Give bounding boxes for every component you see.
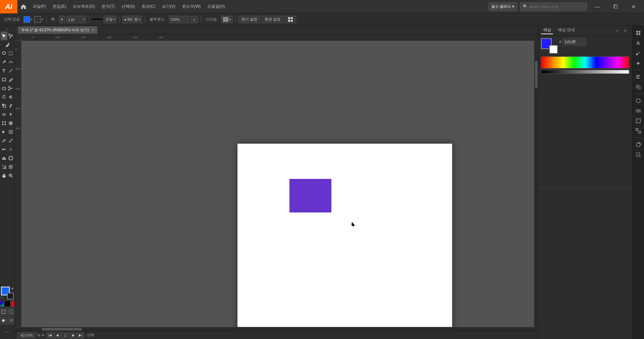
color-guide-tab[interactable]: 색상 안내 (556, 27, 577, 34)
width-stepper[interactable]: ⬍ (59, 16, 65, 23)
slice-tool[interactable] (1, 162, 7, 171)
zoom-input[interactable] (17, 332, 36, 338)
zoom-tool[interactable] (7, 171, 14, 180)
layers-button[interactable] (633, 106, 643, 115)
prev-page-button[interactable]: ◀ (54, 332, 61, 338)
blend-tool[interactable] (1, 145, 7, 154)
marquee-tool[interactable] (7, 49, 14, 58)
color-tab[interactable]: 색상 (541, 27, 553, 34)
purple-rectangle[interactable] (289, 179, 331, 212)
rotate-tool[interactable] (1, 93, 7, 101)
stroke-weight-dropdown[interactable]: ● 3pt. 원 ▾ (122, 16, 142, 23)
warp-tool[interactable] (1, 110, 7, 119)
selection-tool[interactable] (1, 32, 7, 40)
properties-button[interactable]: A (633, 38, 643, 48)
vertical-scrollbar[interactable] (534, 41, 538, 327)
artboard-tool[interactable] (7, 154, 14, 162)
align-button[interactable] (633, 72, 643, 82)
first-page-button[interactable]: |◀ (47, 332, 53, 338)
color-mode-button[interactable] (0, 301, 4, 307)
eraser-tool[interactable] (1, 84, 7, 93)
behind-draw-button[interactable] (8, 308, 15, 316)
libraries-button[interactable] (633, 28, 643, 38)
stroke-style-dropdown[interactable]: 균일 ▾ (104, 16, 117, 23)
swap-colors-button[interactable]: ⇄ (11, 287, 14, 290)
symbol-sprayer-tool[interactable] (7, 145, 14, 154)
canvas-viewport[interactable] (21, 41, 534, 327)
direct-selection-tool[interactable] (7, 32, 14, 40)
mesh-tool[interactable] (7, 128, 14, 136)
stroke-swatch-main[interactable] (7, 293, 14, 299)
next-page-button[interactable]: ▶ (70, 332, 77, 338)
style-dropdown[interactable]: ▾ (221, 16, 233, 23)
menu-effect[interactable]: 효과(C) (138, 0, 159, 13)
horizontal-scrollbar[interactable] (15, 327, 538, 331)
minimize-button[interactable]: — (590, 0, 605, 13)
env-settings-button[interactable]: 환경 설정 (262, 16, 283, 23)
menu-object[interactable]: 오브젝트(O) (69, 0, 98, 13)
hex-color-input[interactable] (563, 38, 586, 46)
puppet-warp-tool[interactable] (7, 119, 14, 128)
puppet-warp-button[interactable] (633, 48, 643, 58)
appearance-button[interactable] (633, 96, 643, 105)
links-button[interactable] (633, 126, 643, 136)
last-page-button[interactable]: ▶| (77, 332, 84, 338)
arrange-button[interactable] (285, 16, 296, 23)
pathfinder-button[interactable] (633, 82, 643, 92)
menu-file[interactable]: 파일(F) (30, 0, 49, 13)
more-options-button[interactable]: › (190, 16, 198, 23)
shear-tool[interactable] (7, 101, 14, 110)
search-input[interactable] (529, 5, 584, 9)
fill-color-swatch[interactable] (23, 16, 30, 23)
page-input[interactable] (61, 332, 69, 338)
free-transform-tool[interactable] (1, 119, 7, 128)
menu-view[interactable]: 보기(V) (159, 0, 179, 13)
stroke-swatch[interactable]: ▾ (34, 16, 43, 23)
app-logo[interactable]: Ai (0, 0, 17, 13)
gradient-tool[interactable] (1, 128, 7, 136)
opacity-input[interactable] (169, 16, 189, 23)
pencil-tool[interactable] (7, 75, 14, 84)
width-input[interactable]: ▾ (66, 16, 87, 23)
stroke-color-swatch[interactable] (34, 16, 41, 23)
fill-swatch[interactable]: ▾ (23, 16, 33, 23)
more-tools-button[interactable]: ⋯ (3, 327, 12, 337)
maximize-button[interactable]: ⧠ (608, 0, 623, 13)
horizontal-scroll-thumb[interactable] (42, 328, 82, 331)
color-guide-button[interactable] (633, 140, 643, 149)
lasso-tool[interactable] (1, 49, 7, 58)
expand-toolbox-button[interactable] (8, 317, 15, 324)
normal-draw-button[interactable] (0, 308, 7, 316)
panel-expand-button[interactable]: ›› (613, 27, 621, 35)
reflect-tool[interactable] (7, 93, 14, 101)
eyedropper-tool[interactable] (1, 136, 7, 145)
rect-tool[interactable] (1, 75, 7, 84)
panel-left-arrow[interactable]: ‹ (15, 26, 17, 34)
doc-settings-button[interactable]: 문서 설정 (238, 16, 260, 23)
close-button[interactable]: ✕ (626, 0, 641, 13)
transform-button[interactable] (633, 150, 643, 159)
width-value[interactable] (68, 17, 83, 21)
menu-window[interactable]: 윈도우(W) (179, 0, 204, 13)
measure-tool[interactable] (7, 136, 14, 145)
default-colors-button[interactable]: □ (1, 296, 3, 299)
none-mode-button[interactable] (4, 301, 10, 307)
search-box[interactable]: 🔍 (520, 2, 587, 11)
home-button[interactable] (17, 0, 30, 13)
column-graph-tool[interactable] (1, 154, 7, 162)
symbols-button[interactable]: ♣ (633, 58, 643, 68)
change-screen-mode-button[interactable] (0, 317, 7, 324)
curvature-tool[interactable] (7, 58, 14, 66)
stroke-color-display[interactable] (549, 45, 558, 54)
line-tool[interactable] (7, 66, 14, 75)
menu-select[interactable]: 선택(S) (118, 0, 138, 13)
magic-wand-tool[interactable] (1, 40, 14, 49)
brightness-slider[interactable] (541, 70, 629, 74)
menu-type[interactable]: 문자(T) (98, 0, 118, 13)
artboards-button[interactable] (633, 116, 643, 126)
type-tool[interactable]: T (1, 66, 7, 75)
scale-tool[interactable] (1, 101, 7, 110)
gradient-mode-button[interactable] (11, 301, 15, 307)
workspace-dropdown[interactable]: 필수 클래식 ▾ (488, 2, 517, 11)
document-tab[interactable]: 무제-1* @ 43.57% (RGB/GPU 미리 보기) ✕ (17, 26, 98, 34)
